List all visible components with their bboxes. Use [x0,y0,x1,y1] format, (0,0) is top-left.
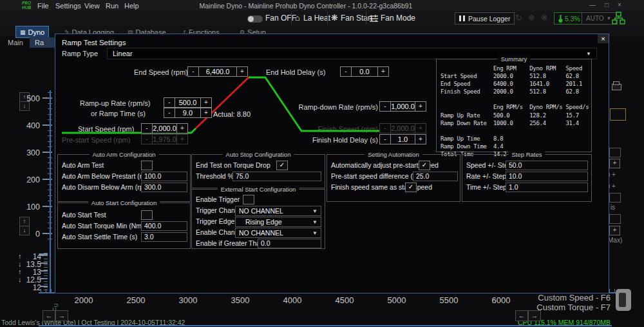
subtab-main[interactable]: Main [3,37,28,48]
hotkey-custom-speed: Custom Speed - F6 [509,293,611,302]
end-hold-delay-stepper: - 0.0 + [340,66,389,77]
decrement-button[interactable]: - [164,108,175,118]
app-window: PRO HUB File Settings View Run Help Main… [0,0,644,327]
finish-hold-delay-value[interactable]: 1.0 [390,134,415,144]
decrement-button: - [141,134,153,144]
pan-right-button[interactable]: → [55,310,68,321]
cut-off-text: is [611,204,615,211]
ramp-profile-graph [55,34,609,293]
increment-button[interactable]: + [377,66,389,77]
ramp-up-rate-value[interactable]: 500.0 [175,97,201,108]
x-axis-label: 2000 [66,295,101,305]
decrement-button[interactable]: - [187,66,199,77]
pre-start-speed-stepper: - 1,975.0 + [141,134,188,144]
axis-arrow-up-icon[interactable]: ↑ [18,252,22,260]
end-speed-stepper: - 6,400.0 + [187,66,248,77]
decrement-button[interactable]: - [379,134,391,144]
decrement-button[interactable]: - [340,66,352,77]
increment-button: + [176,134,188,144]
x-axis-label: 4500 [327,295,362,305]
increment-button[interactable]: + [200,97,212,108]
cut-off-text: Max) [608,237,622,244]
finish-hold-delay-stepper: - 1.0 + [379,134,426,144]
y-axis2-label: 12 [26,283,41,292]
side-panel-handle-icon[interactable] [616,289,631,311]
start-speed-value[interactable]: 2,000.0 [152,123,177,134]
y-axis-line [50,90,51,293]
x-axis-label: 3000 [171,295,205,305]
x-axis-label: 3500 [223,295,258,305]
decrement-button: - [379,123,391,134]
y-axis-label: 200 [23,175,40,184]
x-axis-label: 4000 [275,295,310,305]
y-axis-label: 0 [23,230,40,239]
axis-arrow-down-icon[interactable]: ↓ [18,260,22,268]
end-hold-delay-value[interactable]: 0.0 [351,66,378,77]
decrement-button[interactable]: - [379,101,391,112]
subtab-ramp[interactable]: Ra [30,37,55,48]
increment-button: + [415,123,426,134]
cut-off-field [609,193,621,203]
side-panel-handle-inner [619,293,626,307]
cut-off-plus-button[interactable]: + [609,159,620,168]
increment-button[interactable]: + [236,66,248,77]
y-axis-label: 300 [23,148,40,157]
tab-label: Dyno [28,28,45,36]
axis-arrow-up-icon[interactable]: ↑ [18,268,22,275]
ramp-time-value[interactable]: 9.0 [175,108,201,118]
x-axis-label: 5500 [431,295,466,305]
y-axis-label: 100 [23,203,40,212]
pre-start-speed-value: 1,975.0 [152,134,177,144]
cut-off-field [609,214,621,224]
decrement-button[interactable]: - [164,97,175,108]
axis-arrow-down-icon[interactable]: ↓ [18,275,22,283]
ramp-down-rate-value[interactable]: 1,000.0 [390,101,415,112]
printer-paper [613,81,620,85]
cut-off-plus-button[interactable]: + [609,226,620,235]
x-axis-label: 5000 [379,295,414,305]
ramp-down-rate-stepper: - 1,000.0 + [379,101,426,112]
decrement-button[interactable]: - [141,123,153,134]
y-axis-label: 400 [23,121,40,130]
increment-button[interactable]: + [176,123,188,134]
ramp-up-rate-stepper: - 500.0 + [164,97,212,108]
finish-speed-stepper: - 2,000.0 + [379,123,426,134]
pan-left-button[interactable]: ← [43,310,55,321]
ramp-time-stepper: - 9.0 + [164,108,212,118]
increment-button[interactable]: + [415,101,426,112]
ramp-test-settings-dialog: × Ramp Test Settings Ramp Type Linear ▼ … [55,34,609,293]
finish-speed-value: 2,000.0 [390,123,415,134]
hotkey-custom-torque: Custom Torque - F7 [509,302,611,312]
dyno-tab-icon: ▦ [20,29,26,35]
tab-dyno[interactable]: ▦ Dyno [15,26,49,38]
highlighted-box [610,108,626,121]
y-axis-label: 500 [23,94,40,103]
cut-off-field [609,148,621,157]
x-axis-label: 2500 [118,295,153,305]
increment-button[interactable]: + [415,134,426,144]
printer-icon[interactable] [612,84,621,90]
increment-button[interactable]: + [200,108,212,118]
start-speed-stepper: - 2,000.0 + [141,123,188,134]
axis-scroll-up-button[interactable]: ↑ [19,217,30,226]
end-speed-value[interactable]: 6,400.0 [198,66,237,77]
right-edge-remnants: + ) + ) + is + Max) [604,77,644,252]
